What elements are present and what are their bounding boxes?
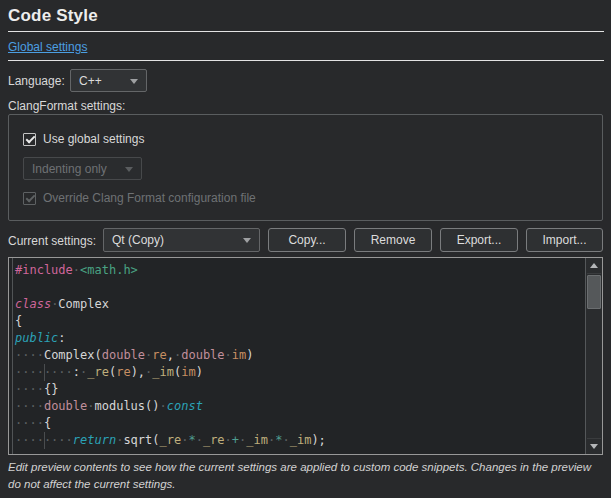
- code-line: ····{: [15, 415, 585, 432]
- indenting-mode-value: Indenting only: [32, 162, 107, 176]
- indent-guide: [44, 364, 45, 381]
- code-line: ····Complex(double·re,·double·im): [15, 347, 585, 364]
- indent-guide: [44, 432, 45, 449]
- code-line: ····{}: [15, 381, 585, 398]
- code-line: {: [15, 313, 585, 330]
- indenting-mode-combo[interactable]: Indenting only: [23, 157, 142, 180]
- chevron-down-icon: [130, 79, 138, 84]
- export-button[interactable]: Export...: [440, 228, 518, 252]
- link-divider: [8, 60, 604, 61]
- checkbox-check-icon: [23, 133, 36, 146]
- language-combo-value: C++: [79, 74, 102, 88]
- checkbox-check-icon: [23, 192, 36, 205]
- use-global-settings-label: Use global settings: [43, 132, 144, 146]
- current-settings-combo[interactable]: Qt (Copy): [103, 228, 260, 252]
- use-global-settings-checkbox[interactable]: Use global settings: [23, 132, 144, 146]
- language-label: Language:: [8, 74, 65, 88]
- code-preview-editor[interactable]: #include·<math.h> class·Complex{public:·…: [8, 257, 603, 455]
- code-line: #include·<math.h>: [15, 262, 585, 279]
- scroll-down-button[interactable]: [587, 438, 601, 454]
- code-line: ····double·modulus()·const: [15, 398, 585, 415]
- override-clangformat-label: Override Clang Format configuration file: [43, 191, 256, 205]
- scroll-up-button[interactable]: [587, 258, 601, 274]
- clangformat-groupbox: Use global settings Indenting only Overr…: [8, 114, 603, 221]
- chevron-down-icon: [243, 238, 251, 243]
- clangformat-label: ClangFormat settings:: [8, 99, 125, 113]
- footer-note: Edit preview contents to see how the cur…: [8, 459, 602, 492]
- scrollbar-thumb[interactable]: [587, 275, 601, 309]
- current-settings-value: Qt (Copy): [112, 233, 164, 247]
- arrow-up-icon: [590, 263, 598, 268]
- arrow-down-icon: [590, 444, 598, 449]
- code-line: ········:·_re(re),·_im(im): [15, 364, 585, 381]
- title-divider: [8, 31, 604, 32]
- global-settings-link[interactable]: Global settings: [8, 40, 87, 54]
- code-area[interactable]: #include·<math.h> class·Complex{public:·…: [9, 258, 585, 454]
- language-combo[interactable]: C++: [70, 69, 147, 92]
- code-line: class·Complex: [15, 296, 585, 313]
- page-title: Code Style: [8, 6, 98, 26]
- override-clangformat-checkbox[interactable]: Override Clang Format configuration file: [23, 191, 256, 205]
- code-line: ········return·sqrt(_re·*·_re·+·_im·*·_i…: [15, 432, 585, 449]
- code-line: public:: [15, 330, 585, 347]
- import-button[interactable]: Import...: [526, 228, 603, 252]
- remove-button[interactable]: Remove: [354, 228, 432, 252]
- current-settings-label: Current settings:: [8, 234, 96, 248]
- code-line: [15, 279, 585, 296]
- copy-button[interactable]: Copy...: [268, 228, 346, 252]
- vertical-scrollbar[interactable]: [585, 258, 602, 454]
- chevron-down-icon: [125, 167, 133, 172]
